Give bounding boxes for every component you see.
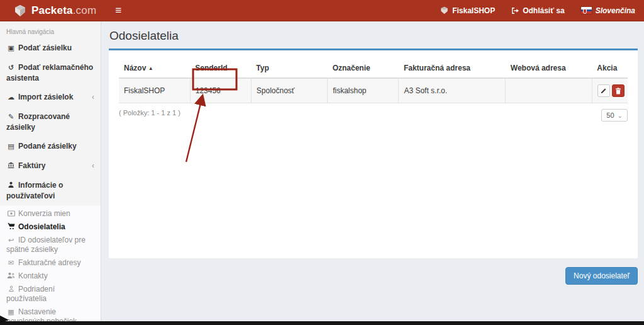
sidebar-item-podat-zasielku[interactable]: ▣Podať zásielku [0, 38, 101, 58]
edit-icon: ✎ [6, 112, 16, 122]
cell-designation: fiskalshop [328, 78, 399, 103]
bottom-edge-strip [0, 321, 644, 325]
column-header-nazov[interactable]: Názov ▲ [119, 60, 190, 78]
menu-icon[interactable]: ≡ [115, 5, 121, 16]
pagination-label: ( Položky: 1 - 1 z 1 ) [119, 109, 180, 117]
sidebar-item-informacie-o-pouzivatelovi[interactable]: Informácie o používateľovi [0, 176, 101, 205]
brand-suffix: .com [73, 4, 97, 16]
logout-link[interactable]: Odhlásiť sa [511, 6, 564, 15]
sidebar: Hlavná navigácia ▣Podať zásielku ↺Podať … [0, 21, 101, 325]
topbar-right: FiskalSHOP Odhlásiť sa Slovenčina [440, 6, 644, 15]
sidebar-item-odosielatelia[interactable]: Odosielatelia [0, 220, 101, 234]
table-row: FiskalSHOP 123456 Spoločnosť fiskalshop … [119, 78, 628, 103]
column-header-akcia: Akcia [592, 60, 628, 78]
language-label: Slovenčina [596, 6, 635, 15]
sidebar-item-label: Konverzia mien [18, 209, 70, 218]
reply-icon: ↩ [6, 236, 16, 245]
sidebar-item-label: Podať zásielku [18, 43, 72, 52]
packeta-box-icon [14, 4, 26, 17]
cell-sender-id: 123456 [190, 78, 251, 103]
user-icon [6, 181, 16, 191]
senders-table: Názov ▲ SenderId Typ Označenie Fakturačn… [119, 60, 628, 103]
main-content: Odosielatelia Názov ▲ SenderId Typ Označ… [102, 21, 644, 325]
sidebar-item-label: Podať reklamačného asistenta [6, 63, 93, 83]
sidebar-item-podriadeni-pouzivatelia[interactable]: Podriadení používatelia [0, 283, 101, 305]
column-header-typ[interactable]: Typ [251, 60, 327, 78]
packeta-logo[interactable]: Packeta.com [14, 4, 96, 17]
cell-type: Spoločnosť [251, 78, 327, 103]
column-label: Názov [124, 64, 146, 72]
package-icon: ▣ [6, 43, 16, 54]
senders-panel: Názov ▲ SenderId Typ Označenie Fakturačn… [109, 48, 638, 258]
archive-icon: ▤ [6, 142, 16, 152]
column-header-senderid[interactable]: SenderId [190, 60, 251, 78]
sidebar-item-konverzia-mien[interactable]: Konverzia mien [0, 207, 101, 220]
pencil-icon [601, 88, 607, 94]
sidebar-item-label: Import zásielok [18, 93, 73, 101]
column-header-oznacenie[interactable]: Označenie [328, 60, 399, 78]
envelope-icon: ✉ [6, 258, 16, 268]
page-size-value: 50 [606, 111, 614, 119]
trash-icon [615, 88, 621, 94]
page-size-select[interactable]: 50 ⌄ [601, 109, 628, 122]
sidebar-item-fakturacne-adresy[interactable]: ✉Fakturačné adresy [0, 256, 101, 270]
column-header-webova-adresa[interactable]: Webová adresa [506, 60, 592, 78]
shop-menu[interactable]: FiskalSHOP [440, 6, 495, 15]
sidebar-item-faktury[interactable]: ‹ Faktúry [0, 156, 101, 176]
cell-name: FiskalSHOP [119, 78, 190, 103]
cell-billing-address: A3 Soft s.r.o. [399, 78, 506, 103]
page-title: Odosielatelia [109, 29, 644, 43]
logout-icon [511, 7, 519, 14]
cloud-upload-icon: ☁ [6, 93, 16, 103]
sidebar-item-import-zasielok[interactable]: ‹ ☁Import zásielok [0, 88, 101, 107]
chevron-left-icon: ‹ [92, 161, 94, 171]
edit-button[interactable] [597, 84, 610, 97]
person-icon [6, 285, 16, 294]
brand-text: Packeta.com [31, 4, 96, 17]
brand-name: Packeta [31, 4, 73, 16]
banknote-icon [6, 209, 16, 219]
logout-label: Odhlásiť sa [523, 6, 564, 15]
sidebar-item-id-odosielatelov-spatne-zasielky[interactable]: ↩ID odosielateľov pre spätné zásielky [0, 234, 101, 256]
sidebar-item-label: Faktúry [18, 161, 45, 170]
sidebar-item-reklamacny-asistent[interactable]: ↺Podať reklamačného asistenta [0, 58, 101, 88]
undo-icon: ↺ [6, 63, 16, 73]
column-header-fakturacna-adresa[interactable]: Fakturačná adresa [399, 60, 506, 78]
cell-actions [592, 78, 628, 103]
new-sender-button[interactable]: Nový odosielateľ [565, 267, 638, 285]
chevron-down-icon: ⌄ [618, 114, 623, 117]
delete-button[interactable] [612, 84, 625, 97]
sidebar-item-podane-zasielky[interactable]: ▤Podané zásielky [0, 137, 101, 156]
table-header-row: Názov ▲ SenderId Typ Označenie Fakturačn… [119, 60, 628, 78]
users-icon [6, 271, 16, 281]
sidebar-item-label: Fakturačné adresy [18, 258, 80, 267]
bank-icon [6, 161, 16, 171]
slovak-flag-icon [581, 7, 592, 14]
topbar: Packeta.com ≡ FiskalSHOP Odhlásiť sa Slo… [0, 0, 644, 21]
cart-icon [6, 222, 16, 232]
sidebar-section-label: Hlavná navigácia [0, 21, 101, 38]
package-icon [440, 6, 448, 14]
sort-asc-icon: ▲ [148, 66, 153, 71]
grid-icon: ▦ [6, 307, 16, 317]
sidebar-item-label: Podané zásielky [18, 142, 77, 151]
pagination-row: ( Položky: 1 - 1 z 1 ) 50 ⌄ [119, 109, 628, 122]
shop-name: FiskalSHOP [452, 6, 495, 15]
sidebar-item-label: Rozpracované zásielky [6, 112, 70, 132]
sidebar-item-label: ID odosielateľov pre spätné zásielky [6, 236, 86, 254]
sidebar-item-kontakty[interactable]: Kontakty [0, 270, 101, 283]
chevron-left-icon: ‹ [92, 92, 94, 102]
sidebar-item-label: Kontakty [18, 271, 48, 280]
sidebar-submenu: Konverzia mien Odosielatelia ↩ID odosiel… [0, 205, 101, 325]
cell-web-address [506, 78, 592, 103]
sidebar-item-rozpracovane-zasielky[interactable]: ✎Rozpracované zásielky [0, 107, 101, 137]
language-switcher[interactable]: Slovenčina [581, 6, 635, 15]
sidebar-item-label: Odosielatelia [18, 222, 65, 231]
